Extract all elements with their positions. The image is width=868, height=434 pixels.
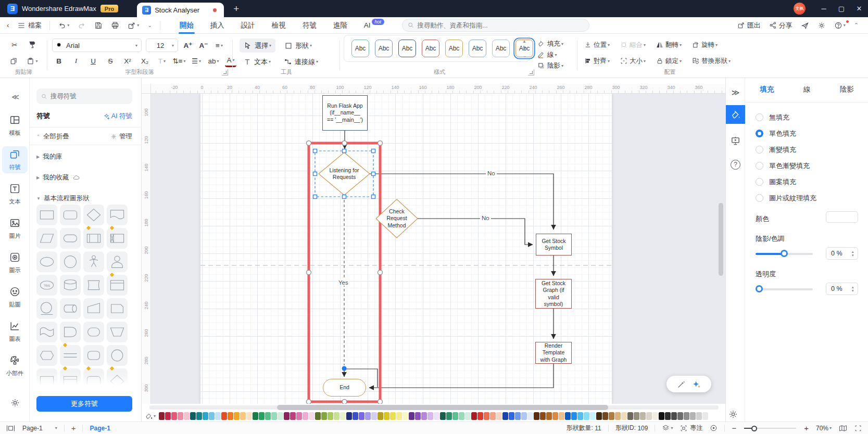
section-my-library[interactable]: ▶我的庫: [36, 152, 132, 161]
rail-item-chart[interactable]: 圖表: [2, 318, 28, 345]
rail-item-image[interactable]: 圖片: [2, 215, 28, 242]
list-button[interactable]: ☰▾: [191, 55, 202, 67]
palette-color[interactable]: [459, 412, 464, 420]
palette-color[interactable]: [209, 412, 215, 420]
palette-color[interactable]: [259, 412, 265, 420]
font-dialog-launcher[interactable]: [222, 69, 228, 75]
palette-color[interactable]: [409, 412, 414, 420]
paste-button[interactable]: ▾: [26, 55, 39, 67]
node-end[interactable]: End: [323, 379, 366, 397]
palette-color[interactable]: [634, 412, 639, 420]
palette-color[interactable]: [415, 412, 421, 420]
palette-color[interactable]: [240, 412, 246, 420]
align-button[interactable]: ≡▾: [213, 39, 225, 52]
symbol-search[interactable]: [36, 88, 132, 104]
symbol-trapezoid-r[interactable]: [83, 298, 104, 319]
palette-color[interactable]: [271, 412, 277, 420]
symbol-hexagon[interactable]: [36, 345, 57, 366]
share-button[interactable]: 分享: [766, 19, 795, 32]
collapse-all-button[interactable]: 全部折疊: [43, 132, 69, 141]
symbol-internal-storage[interactable]: [107, 228, 128, 249]
shadow-tone-spinner[interactable]: 0 % ▲▼: [826, 247, 858, 260]
palette-color[interactable]: [702, 412, 708, 420]
palette-color[interactable]: [390, 412, 396, 420]
color-swatch-button[interactable]: [826, 211, 858, 223]
symbol-document[interactable]: [107, 205, 128, 225]
size-button[interactable]: 大小▾: [619, 55, 647, 67]
palette-color[interactable]: [159, 412, 165, 420]
palette-color[interactable]: [534, 412, 539, 420]
palette-color[interactable]: [303, 412, 308, 420]
palette-color[interactable]: [540, 412, 546, 420]
palette-color[interactable]: [246, 412, 252, 420]
pages-view-button[interactable]: [6, 425, 15, 432]
style-scroll-down[interactable]: ▼: [522, 47, 526, 51]
palette-color[interactable]: [690, 412, 696, 420]
palette-color[interactable]: [309, 412, 315, 420]
palette-color[interactable]: [253, 412, 258, 420]
document-tab[interactable]: Ǝ Stock Analyser: [137, 3, 224, 17]
ai-sparkle-icon[interactable]: [692, 380, 701, 389]
edge-label-no2[interactable]: No: [480, 215, 491, 221]
palette-color[interactable]: [384, 412, 389, 420]
palette-color[interactable]: [215, 412, 221, 420]
palette-color[interactable]: [278, 412, 283, 420]
app-tab[interactable]: Ǝ Wondershare EdrawMax Pro: [0, 0, 125, 17]
underline-button[interactable]: U: [87, 55, 99, 67]
undo-button[interactable]: ▾: [55, 19, 72, 32]
bold-button[interactable]: B: [53, 55, 65, 67]
font-family-select[interactable]: Arial▾: [52, 39, 142, 52]
fill-option-6[interactable]: 圖片或紋理填充: [756, 190, 860, 206]
user-avatar[interactable]: 文枫: [794, 3, 806, 15]
palette-color[interactable]: [427, 412, 433, 420]
palette-color[interactable]: [465, 412, 471, 420]
select-tool-button[interactable]: 選擇▾: [240, 39, 275, 53]
edge-label-no1[interactable]: No: [486, 170, 497, 176]
palette-color[interactable]: [365, 412, 371, 420]
opacity-spinner[interactable]: 0 % ▲▼: [826, 283, 858, 295]
node-run-flask[interactable]: Run Flask App (if__name__ == '__main__'): [322, 95, 368, 131]
symbol-circle-2[interactable]: [107, 345, 128, 366]
palette-color[interactable]: [196, 412, 202, 420]
palette-color[interactable]: [577, 412, 583, 420]
superscript-button[interactable]: X²: [122, 55, 133, 67]
style-swatch-3[interactable]: Abc: [398, 40, 416, 57]
palette-color[interactable]: [652, 412, 658, 420]
palette-color[interactable]: [340, 412, 346, 420]
palette-color[interactable]: [284, 412, 290, 420]
manage-button[interactable]: 管理: [110, 132, 132, 141]
palette-color[interactable]: [565, 412, 571, 420]
palette-color[interactable]: [659, 412, 664, 420]
save-button[interactable]: [92, 19, 105, 32]
palette-color[interactable]: [402, 412, 408, 420]
global-search-input[interactable]: [417, 22, 584, 29]
palette-color[interactable]: [221, 412, 227, 420]
ribbon-tab-符號[interactable]: 符號: [294, 17, 325, 34]
scroll-thumb[interactable]: [277, 405, 608, 410]
style-scroll-up[interactable]: ▲: [522, 40, 526, 44]
zoom-slider[interactable]: [744, 425, 796, 431]
palette-color[interactable]: [627, 412, 633, 420]
style-swatch-5[interactable]: Abc: [445, 40, 463, 57]
symbol-snip-rect[interactable]: [107, 298, 128, 319]
style-dialog-launcher[interactable]: [528, 69, 534, 75]
palette-color[interactable]: [684, 412, 689, 420]
export-quick-button[interactable]: ▾: [125, 19, 142, 32]
palette-color[interactable]: [359, 412, 364, 420]
shape-tool-button[interactable]: 形狀▾: [281, 39, 316, 53]
palette-color[interactable]: [552, 412, 558, 420]
fill-option-4[interactable]: 單色漸變填充: [756, 158, 860, 174]
rail-item-icons[interactable]: 圖示: [2, 249, 28, 276]
palette-color[interactable]: [203, 412, 208, 420]
style-swatch-4[interactable]: Abc: [422, 40, 439, 57]
text-tool-button[interactable]: 文本▾: [240, 55, 275, 69]
fill-panel-button[interactable]: [726, 105, 745, 124]
symbol-rect[interactable]: [36, 205, 57, 225]
decrease-font-button[interactable]: A⁻: [198, 39, 209, 52]
section-basic-flowchart[interactable]: ▼基本流程圖形狀: [36, 194, 132, 203]
char-spacing-button[interactable]: ab▾: [208, 55, 219, 67]
palette-color[interactable]: [709, 412, 714, 420]
symbol-parallelogram[interactable]: [36, 228, 57, 249]
symbol-circle[interactable]: [60, 251, 81, 272]
format-tab-陰影[interactable]: 陰影: [840, 85, 854, 94]
